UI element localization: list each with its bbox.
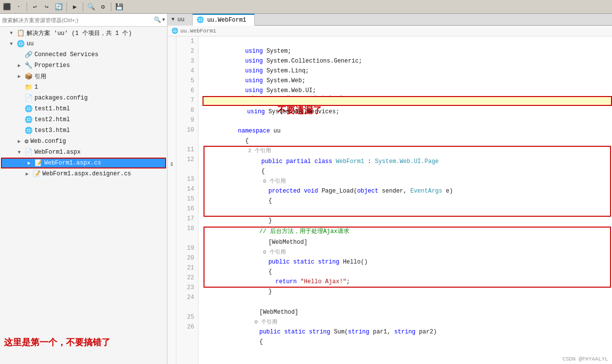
ajax-box: [WebMethod] 0 个引用 public static string H… [204,227,611,288]
code-line-24: [WebMethod] [203,298,612,307]
watermark: CSDN @FHYAALYL [563,356,608,362]
code-line-8 [203,106,612,116]
main-area: 🔍 ▼ ▼ 📋 解决方案 'uu' (1 个项目，共 1 个) ▼ 🌐 uu [0,14,612,364]
ref-hint-4: 0 个引用 [203,307,612,317]
code-line-20: { [204,257,610,267]
sidebar-item-webconfig[interactable]: ▶ ⚙ Web.config [0,136,167,147]
ref-hint-2: 0 个引用 [204,166,610,176]
toolbar-icon-2[interactable]: · [14,2,24,12]
properties-arrow[interactable]: ▶ [18,63,25,68]
breadcrumb-text: uu.WebForm1 [180,28,216,34]
sidebar-item-webform1-designer[interactable]: ▶ 📝 WebForm1.aspx.designer.cs [0,168,167,179]
tab-icon: 🌐 [197,16,204,24]
packages-label: packages.config [34,95,88,101]
toolbar-settings[interactable]: ⚙ [98,2,108,12]
toolbar-refresh[interactable]: 🔄 [54,2,64,12]
code-line-15 [204,196,610,206]
solution-root[interactable]: ▼ 📋 解决方案 'uu' (1 个项目，共 1 个) [0,28,167,38]
webform1-cs-label: WebForm1.aspx.cs [44,160,101,166]
editor-content: ⇕ 1 2 3 4 5 6 7 8 9 10 11 12 13 14 15 [168,36,612,364]
solution-label: 解决方案 'uu' (1 个项目，共 1 个) [27,29,132,37]
sidebar-item-properties[interactable]: ▶ 🔧 Properties [0,60,167,71]
webform1-designer-label: WebForm1.aspx.designer.cs [42,170,131,177]
toolbar-sep-4 [111,2,111,11]
references-icon: 📦 [25,72,33,80]
annotation-bottom-left-text: 这里是第一个，不要搞错了 [2,336,112,348]
project-arrow[interactable]: ▼ [10,41,17,47]
test3-icon: 🌐 [25,127,33,134]
solution-explorer: 🔍 ▼ ▼ 📋 解决方案 'uu' (1 个项目，共 1 个) ▼ 🌐 uu [0,14,168,364]
sidebar-item-test2[interactable]: 🌐 test2.html [0,114,167,125]
sidebar-item-test1[interactable]: 🌐 test1.html [0,103,167,114]
sidebar-item-folder1[interactable]: 📁 1 [0,82,167,93]
webform1-arrow[interactable]: ▼ [18,150,25,155]
sidebar-item-test3[interactable]: 🌐 test3.html [0,125,167,136]
collapse-arrow[interactable]: ▼ [10,31,17,36]
no-arrow: ▶ [26,171,33,177]
code-line-11: public partial class WebForm1 : System.W… [204,147,610,157]
code-line-6: using System.Web.UI.WebControls; 不要遗漏了 [203,86,612,96]
gutter-icon: ⇕ [170,160,173,168]
code-line-3: using System.Linq; [203,56,612,66]
folder1-icon: 📁 [25,83,33,91]
search-icon[interactable]: 🔍 [154,16,161,24]
toolbar-save[interactable]: 💾 [114,2,124,12]
code-line-1: using System; [203,36,612,46]
toolbar-icon-1[interactable]: ⬛ [2,2,12,12]
webconfig-icon: ⚙ [25,137,29,145]
toolbar-debug[interactable]: ▶ [70,2,80,12]
code-line-7: using System.Web.Services; [203,96,612,106]
breadcrumb: 🌐 uu.WebForm1 [168,26,612,36]
tab-uu[interactable]: ▼ uu [168,14,193,26]
tab-webform1[interactable]: 🌐 uu.WebForm1 [193,14,254,26]
sidebar-item-webform1[interactable]: ▼ 📄 WebForm1.aspx [0,147,167,158]
test3-label: test3.html [34,127,70,134]
connected-services-icon: 🔗 [25,51,33,59]
sidebar-item-webform1-cs[interactable]: ▶ 📝 WebForm1.aspx.cs [1,158,166,168]
solution-tree: ▼ 📋 解决方案 'uu' (1 个项目，共 1 个) ▼ 🌐 uu 🔗 Con… [0,27,167,364]
project-icon: 🌐 [17,40,25,48]
code-line-10: { [203,126,612,136]
toolbar-sep-2 [67,2,67,11]
sidebar-item-connected-services[interactable]: 🔗 Connected Services [0,49,167,60]
cs-icon: 📝 [34,159,42,167]
code-line-16: } [204,206,610,216]
bottom-left-annotation: 这里是第一个，不要搞错了 [0,335,114,349]
project-uu[interactable]: ▼ 🌐 uu [0,38,167,49]
solution-icon: 📋 [17,29,25,37]
tab-dropdown-arrow[interactable]: ▼ [171,17,174,22]
webconfig-arrow[interactable]: ▶ [18,138,25,144]
code-line-17: // 后台方法，用于处理Ajax请求 [203,217,612,227]
search-input[interactable] [2,17,154,23]
code-line-22: } [204,277,610,287]
toolbar-redo[interactable]: ↪ [42,2,52,12]
code-line-23 [203,288,612,298]
properties-icon: 🔧 [25,62,33,69]
toolbar: ⬛ · ↩ ↪ 🔄 ▶ 🔍 ⚙ 💾 [0,0,612,14]
webform1-icon: 📄 [25,148,33,156]
connected-services-label: Connected Services [34,51,99,58]
search-bar[interactable]: 🔍 ▼ [0,14,167,27]
sidebar-item-packages[interactable]: 📄 packages.config [0,93,167,103]
references-label: 引用 [34,72,46,81]
webconfig-label: Web.config [31,138,66,145]
code-line-5: using System.Web.UI; 这里有需求的，注意加上， [203,76,612,86]
sidebar-item-references[interactable]: ▶ 📦 引用 [0,71,167,82]
breadcrumb-icon: 🌐 [171,28,178,34]
test1-icon: 🌐 [25,105,33,113]
toolbar-undo[interactable]: ↩ [30,2,40,12]
tab-uu-label: uu [177,16,184,23]
test1-label: test1.html [34,105,70,112]
code-line-26: { [203,327,612,337]
ref-hint-1: 2 个引用 [203,136,612,146]
toolbar-search[interactable]: 🔍 [86,2,96,12]
references-arrow[interactable]: ▶ [18,73,25,79]
namespace-box: public partial class WebForm1 : System.W… [204,146,611,217]
ref-hint-3: 0 个引用 [204,237,610,247]
webform1-label: WebForm1.aspx [34,149,81,156]
test2-label: test2.html [34,116,70,123]
code-editor[interactable]: using System; using System.Collections.G… [199,36,612,364]
editor-tabs: ▼ uu 🌐 uu.WebForm1 [168,14,612,26]
dropdown-arrow-icon[interactable]: ▼ [162,17,165,23]
code-line-14: { [204,186,610,196]
